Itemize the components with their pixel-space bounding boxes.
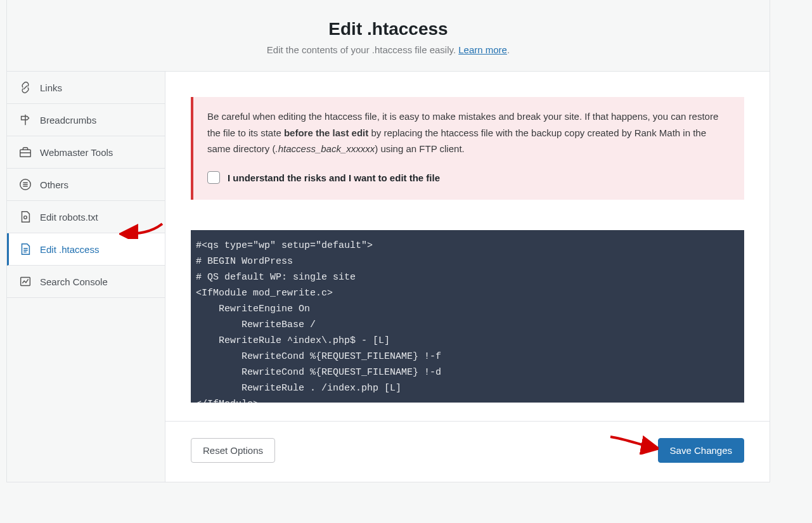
page-subtitle: Edit the contents of your .htaccess file… xyxy=(20,44,757,55)
file-icon xyxy=(18,210,32,224)
sidebar-item-label: Search Console xyxy=(40,276,108,287)
reset-options-button[interactable]: Reset Options xyxy=(191,438,275,463)
sidebar-item-others[interactable]: Others xyxy=(7,169,165,201)
signpost-icon xyxy=(18,113,32,127)
learn-more-link[interactable]: Learn more xyxy=(458,44,507,55)
chart-icon xyxy=(18,274,32,288)
settings-panel: Edit .htaccess Edit the contents of your… xyxy=(6,0,770,482)
toolbox-icon xyxy=(18,145,32,159)
sidebar-item-label: Others xyxy=(40,179,68,190)
ack-checkbox[interactable] xyxy=(207,171,220,184)
link-icon xyxy=(18,81,32,94)
panel-header: Edit .htaccess Edit the contents of your… xyxy=(7,0,770,72)
sidebar-item-search-console[interactable]: Search Console xyxy=(7,266,165,298)
page-title: Edit .htaccess xyxy=(20,19,757,39)
footer-actions: Reset Options Save Changes xyxy=(165,421,770,482)
svg-point-2 xyxy=(24,216,27,219)
ack-label: I understand the risks and I want to edi… xyxy=(228,170,440,186)
content-area: Be careful when editing the htaccess fil… xyxy=(165,72,770,482)
htaccess-textarea[interactable] xyxy=(191,230,744,403)
sidebar-item-label: Edit robots.txt xyxy=(40,212,98,223)
list-icon xyxy=(18,178,32,191)
sidebar-item-label: Breadcrumbs xyxy=(40,115,96,126)
svg-rect-0 xyxy=(20,150,31,157)
file-lines-icon xyxy=(18,242,32,256)
annotation-arrow-icon xyxy=(608,433,659,455)
sidebar-item-label: Edit .htaccess xyxy=(40,244,99,255)
sidebar-item-edit-robots[interactable]: Edit robots.txt xyxy=(7,201,165,233)
save-changes-button[interactable]: Save Changes xyxy=(658,438,744,463)
sidebar-item-links[interactable]: Links xyxy=(7,72,165,104)
sidebar-item-webmaster-tools[interactable]: Webmaster Tools xyxy=(7,136,165,169)
sidebar-item-breadcrumbs[interactable]: Breadcrumbs xyxy=(7,104,165,136)
sidebar-item-edit-htaccess[interactable]: Edit .htaccess xyxy=(7,233,165,266)
warning-notice: Be careful when editing the htaccess fil… xyxy=(191,97,744,200)
sidebar-item-label: Links xyxy=(40,82,62,93)
sidebar-item-label: Webmaster Tools xyxy=(40,147,113,158)
settings-sidebar: Links Breadcrumbs Webmaster Tools xyxy=(7,72,165,482)
